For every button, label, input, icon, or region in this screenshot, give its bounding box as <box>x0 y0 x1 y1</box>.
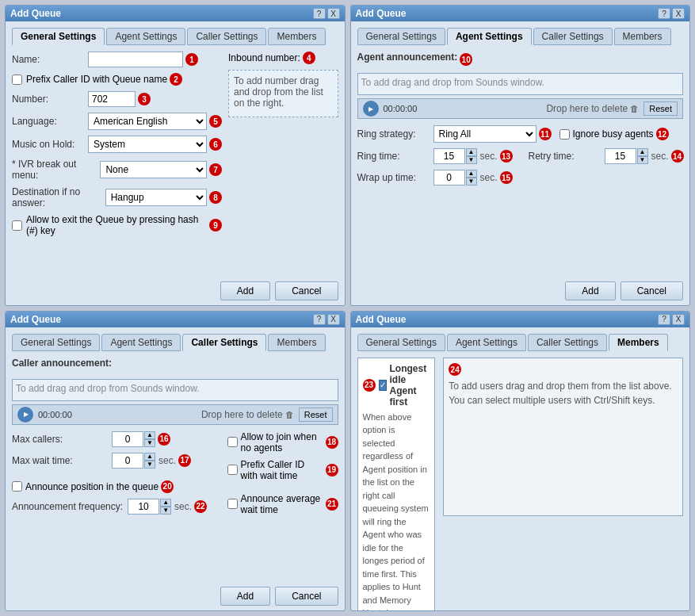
members-drop-area[interactable]: 24 To add users drag and drop them from … <box>443 358 683 516</box>
badge-12: 12 <box>656 128 669 140</box>
badge-19: 19 <box>326 464 338 476</box>
badge-1: 1 <box>185 53 198 66</box>
language-select[interactable]: American English British English Spanish <box>88 113 207 130</box>
badge-14: 14 <box>671 150 684 163</box>
language-row: Language: American English British Engli… <box>12 113 222 130</box>
caller-announcement-hint: To add drag and drop from Sounds window. <box>16 383 199 394</box>
destination-row: Destination if no answer: Hangup 8 <box>12 186 222 209</box>
help-button-3[interactable]: ? <box>313 314 326 325</box>
announce-freq-down[interactable]: ▼ <box>160 507 171 515</box>
add-button-2[interactable]: Add <box>565 281 615 300</box>
dialog-caller-titlebar: Add Queue ? X <box>6 312 345 327</box>
announcement-drop-area[interactable]: To add drag and drop from Sounds window. <box>357 73 684 95</box>
max-callers-up[interactable]: ▲ <box>144 431 155 439</box>
announce-pos-row: Announce position in the queue 20 <box>12 480 221 493</box>
reset-button[interactable]: Reset <box>643 101 678 116</box>
play-button[interactable] <box>363 101 379 117</box>
caller-announcement-drop-area[interactable]: To add drag and drop from Sounds window. <box>12 379 338 401</box>
ring-time-down[interactable]: ▼ <box>466 156 477 164</box>
announce-freq-up[interactable]: ▲ <box>160 499 171 507</box>
close-button-2[interactable]: X <box>672 8 685 19</box>
help-button-4[interactable]: ? <box>658 314 670 325</box>
announcement-title-row: Agent announcement: 10 <box>357 52 684 67</box>
caller-delete-area[interactable]: Drop here to delete 🗑 <box>77 409 294 420</box>
music-select[interactable]: System <box>88 136 207 153</box>
ring-time-up[interactable]: ▲ <box>466 148 477 156</box>
close-button-4[interactable]: X <box>672 314 685 325</box>
wrap-up-up[interactable]: ▲ <box>466 170 477 178</box>
max-wait-down[interactable]: ▼ <box>144 461 155 469</box>
announce-pos-checkbox[interactable] <box>12 481 22 492</box>
longest-idle-box: 23 ✓ Longest idle Agent first When above… <box>357 358 436 612</box>
max-wait-up[interactable]: ▲ <box>144 453 155 461</box>
tab-members-2[interactable]: Members <box>614 28 671 45</box>
max-callers-down[interactable]: ▼ <box>144 439 155 447</box>
prefix-row: Prefix Caller ID with Queue name 2 <box>12 73 222 86</box>
caller-right: Allow to join when no agents 18 Prefix C… <box>227 431 338 521</box>
tab-caller-settings[interactable]: Caller Settings <box>187 28 266 45</box>
inbound-drop-area[interactable]: To add number drag and drop from the lis… <box>228 70 338 117</box>
longest-idle-checkbox[interactable]: ✓ <box>379 380 387 391</box>
ring-strategy-select[interactable]: Ring All Round Robin Least Recent Fewest… <box>433 125 537 143</box>
allow-join-checkbox[interactable] <box>227 437 238 447</box>
tab-caller-4[interactable]: Caller Settings <box>528 334 607 351</box>
wrap-up-input[interactable] <box>433 170 465 186</box>
max-wait-input[interactable] <box>112 453 143 469</box>
wrap-up-down[interactable]: ▼ <box>466 178 477 186</box>
tab-members[interactable]: Members <box>268 28 325 45</box>
ring-time-label: Ring time: <box>357 151 429 162</box>
close-button-3[interactable]: X <box>327 314 340 325</box>
caller-reset-button[interactable]: Reset <box>299 407 333 422</box>
cancel-button-2[interactable]: Cancel <box>621 281 683 300</box>
tab-agent-4[interactable]: Agent Settings <box>447 334 526 351</box>
help-button-2[interactable]: ? <box>658 8 670 19</box>
prefix-checkbox[interactable] <box>12 75 22 85</box>
tab-members-3[interactable]: Members <box>268 334 325 351</box>
ignore-busy-checkbox[interactable] <box>559 129 570 140</box>
ring-time-row: Ring time: ▲ ▼ sec. 13 Retry time: ▲ <box>357 148 684 164</box>
ring-time-input[interactable] <box>433 148 465 164</box>
close-button[interactable]: X <box>327 8 340 19</box>
tab-general-4[interactable]: General Settings <box>357 334 445 351</box>
announcement-title: Agent announcement: <box>357 52 458 63</box>
tab-agent-2[interactable]: Agent Settings <box>447 28 532 45</box>
cancel-button-3[interactable]: Cancel <box>275 587 338 606</box>
retry-time-down[interactable]: ▼ <box>637 156 648 164</box>
max-callers-input[interactable] <box>112 431 143 447</box>
tab-caller-3[interactable]: Caller Settings <box>182 334 266 351</box>
dialog-members-title: Add Queue <box>356 314 407 325</box>
badge-4: 4 <box>303 52 315 64</box>
hash-checkbox[interactable] <box>12 220 22 231</box>
retry-time-input[interactable] <box>605 148 636 164</box>
help-button[interactable]: ? <box>313 8 326 19</box>
tab-general-settings[interactable]: General Settings <box>12 28 105 45</box>
add-button-3[interactable]: Add <box>220 587 270 606</box>
announce-freq-input[interactable] <box>128 499 159 515</box>
number-input[interactable] <box>88 91 136 107</box>
badge-9: 9 <box>209 219 222 231</box>
tab-bar-4: General Settings Agent Settings Caller S… <box>357 334 684 351</box>
badge-18: 18 <box>326 436 338 449</box>
number-label: Number: <box>12 94 83 105</box>
caller-time-display: 00:00:00 <box>38 410 72 419</box>
tab-agent-3[interactable]: Agent Settings <box>101 334 181 351</box>
prefix-wait-checkbox[interactable] <box>227 465 238 475</box>
tab-general-3[interactable]: General Settings <box>12 334 100 351</box>
announce-avg-checkbox[interactable] <box>227 499 238 509</box>
max-callers-btns: ▲ ▼ <box>144 431 155 447</box>
name-input[interactable] <box>88 52 183 67</box>
ivr-select[interactable]: None <box>100 161 207 178</box>
tab-agent-settings[interactable]: Agent Settings <box>106 28 185 45</box>
tab-general-2[interactable]: General Settings <box>357 28 445 45</box>
delete-area[interactable]: Drop here to delete 🗑 <box>422 103 639 114</box>
badge-22: 22 <box>194 500 207 513</box>
hash-row: Allow to exit the Queue by pressing hash… <box>12 214 222 236</box>
retry-time-up[interactable]: ▲ <box>637 148 648 156</box>
max-wait-spinner: ▲ ▼ <box>112 453 155 469</box>
cancel-button[interactable]: Cancel <box>275 281 338 300</box>
tab-caller-2[interactable]: Caller Settings <box>533 28 613 45</box>
destination-select[interactable]: Hangup <box>105 189 207 206</box>
tab-members-4[interactable]: Members <box>609 334 668 351</box>
caller-play-button[interactable] <box>17 407 33 423</box>
add-button[interactable]: Add <box>220 281 270 300</box>
